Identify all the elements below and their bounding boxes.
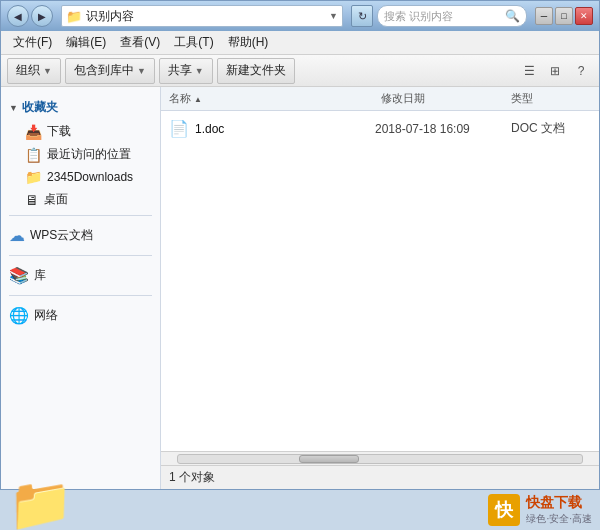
bottom-area: 📁 快 快盘下载 绿色·安全·高速 [0, 490, 600, 530]
desktop-icon: 🖥 [25, 192, 39, 208]
refresh-button[interactable]: ↻ [351, 5, 373, 27]
sidebar-item-wps[interactable]: ☁ WPS云文档 [1, 220, 160, 251]
organize-button[interactable]: 组织 ▼ [7, 58, 61, 84]
search-icon[interactable]: 🔍 [505, 9, 520, 23]
wps-label: WPS云文档 [30, 227, 93, 244]
favorites-header[interactable]: ▼ 收藏夹 [1, 95, 160, 120]
sidebar-item-library[interactable]: 📚 库 [1, 260, 160, 291]
view-grid-button[interactable]: ⊞ [543, 59, 567, 83]
include-library-dropdown-icon: ▼ [137, 66, 146, 76]
share-label: 共享 [168, 62, 192, 79]
address-text: 识别内容 [86, 8, 325, 25]
sidebar-item-network[interactable]: 🌐 网络 [1, 300, 160, 331]
status-bar: 1 个对象 [161, 465, 599, 489]
menu-bar: 文件(F) 编辑(E) 查看(V) 工具(T) 帮助(H) [1, 31, 599, 55]
col-date-header[interactable]: 修改日期 [381, 91, 511, 106]
address-folder-icon: 📁 [66, 9, 82, 24]
file-date: 2018-07-18 16:09 [375, 122, 505, 136]
back-button[interactable]: ◀ [7, 5, 29, 27]
sidebar-item-downloads[interactable]: 📥 下载 [1, 120, 160, 143]
favorites-expand-icon: ▼ [9, 103, 18, 113]
search-bar[interactable]: 搜索 识别内容 🔍 [377, 5, 527, 27]
menu-view[interactable]: 查看(V) [114, 32, 166, 53]
share-dropdown-icon: ▼ [195, 66, 204, 76]
main-content: ▼ 收藏夹 📥 下载 📋 最近访问的位置 📁 2345Downloads 🖥 [1, 87, 599, 489]
horizontal-scrollbar[interactable] [177, 454, 583, 464]
recent-icon: 📋 [25, 147, 42, 163]
forward-button[interactable]: ▶ [31, 5, 53, 27]
watermark: 快 快盘下载 绿色·安全·高速 [488, 494, 592, 526]
sidebar-divider-3 [9, 295, 152, 296]
share-button[interactable]: 共享 ▼ [159, 58, 213, 84]
view-controls: ☰ ⊞ ? [517, 59, 593, 83]
2345-label: 2345Downloads [47, 170, 133, 184]
close-button[interactable]: ✕ [575, 7, 593, 25]
status-text: 1 个对象 [169, 469, 215, 486]
address-dropdown-icon[interactable]: ▼ [329, 11, 338, 21]
nav-buttons: ◀ ▶ [7, 5, 53, 27]
help-button[interactable]: ? [569, 59, 593, 83]
menu-edit[interactable]: 编辑(E) [60, 32, 112, 53]
sort-icon: ▲ [194, 95, 202, 104]
col-name-label: 名称 [169, 92, 191, 104]
col-name-header[interactable]: 名称 ▲ [169, 91, 381, 106]
watermark-logo: 快 [488, 494, 520, 526]
scrollbar-thumb[interactable] [299, 455, 359, 463]
file-area: 名称 ▲ 修改日期 类型 📄 1.doc 2018-07-18 16:09 DO… [161, 87, 599, 489]
library-icon: 📚 [9, 266, 29, 285]
watermark-text: 快盘下载 绿色·安全·高速 [526, 494, 592, 526]
downloads-icon: 📥 [25, 124, 42, 140]
downloads-label: 下载 [47, 123, 71, 140]
file-explorer-window: ◀ ▶ 📁 识别内容 ▼ ↻ 搜索 识别内容 🔍 ─ □ ✕ 文件(F) 编辑(… [0, 0, 600, 490]
organize-dropdown-icon: ▼ [43, 66, 52, 76]
menu-file[interactable]: 文件(F) [7, 32, 58, 53]
col-type-header[interactable]: 类型 [511, 91, 591, 106]
new-folder-button[interactable]: 新建文件夹 [217, 58, 295, 84]
sidebar: ▼ 收藏夹 📥 下载 📋 最近访问的位置 📁 2345Downloads 🖥 [1, 87, 161, 489]
watermark-name: 快盘下载 [526, 494, 592, 512]
2345-icon: 📁 [25, 169, 42, 185]
recent-label: 最近访问的位置 [47, 146, 131, 163]
file-type: DOC 文档 [511, 120, 591, 137]
title-bar: ◀ ▶ 📁 识别内容 ▼ ↻ 搜索 识别内容 🔍 ─ □ ✕ [1, 1, 599, 31]
new-folder-label: 新建文件夹 [226, 62, 286, 79]
toolbar: 组织 ▼ 包含到库中 ▼ 共享 ▼ 新建文件夹 ☰ ⊞ ? [1, 55, 599, 87]
table-row[interactable]: 📄 1.doc 2018-07-18 16:09 DOC 文档 [161, 115, 599, 142]
window-controls: ─ □ ✕ [535, 7, 593, 25]
sidebar-divider-1 [9, 215, 152, 216]
include-library-label: 包含到库中 [74, 62, 134, 79]
menu-help[interactable]: 帮助(H) [222, 32, 275, 53]
network-label: 网络 [34, 307, 58, 324]
include-library-button[interactable]: 包含到库中 ▼ [65, 58, 155, 84]
desktop-label: 桌面 [44, 191, 68, 208]
maximize-button[interactable]: □ [555, 7, 573, 25]
view-icon-button[interactable]: ☰ [517, 59, 541, 83]
minimize-button[interactable]: ─ [535, 7, 553, 25]
menu-tools[interactable]: 工具(T) [168, 32, 219, 53]
sidebar-item-recent[interactable]: 📋 最近访问的位置 [1, 143, 160, 166]
network-icon: 🌐 [9, 306, 29, 325]
favorites-section: ▼ 收藏夹 📥 下载 📋 最近访问的位置 📁 2345Downloads 🖥 [1, 95, 160, 211]
file-list-header: 名称 ▲ 修改日期 类型 [161, 87, 599, 111]
watermark-slogan: 绿色·安全·高速 [526, 512, 592, 526]
sidebar-item-2345downloads[interactable]: 📁 2345Downloads [1, 166, 160, 188]
address-bar[interactable]: 📁 识别内容 ▼ [61, 5, 343, 27]
col-date-label: 修改日期 [381, 92, 425, 104]
wps-icon: ☁ [9, 226, 25, 245]
library-label: 库 [34, 267, 46, 284]
horizontal-scrollbar-area [161, 451, 599, 465]
sidebar-divider-2 [9, 255, 152, 256]
col-type-label: 类型 [511, 92, 533, 104]
organize-label: 组织 [16, 62, 40, 79]
search-placeholder: 搜索 识别内容 [384, 9, 501, 24]
sidebar-item-desktop[interactable]: 🖥 桌面 [1, 188, 160, 211]
favorites-label: 收藏夹 [22, 99, 58, 116]
file-list: 📄 1.doc 2018-07-18 16:09 DOC 文档 [161, 111, 599, 451]
file-name: 1.doc [195, 122, 369, 136]
file-doc-icon: 📄 [169, 119, 189, 138]
large-folder-icon: 📁 [8, 478, 73, 530]
